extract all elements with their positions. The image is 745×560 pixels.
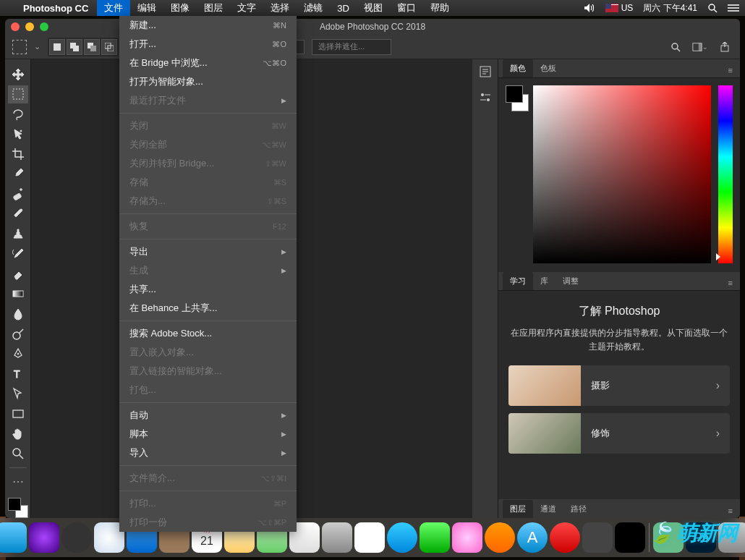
tab-channels[interactable]: 通道	[533, 500, 563, 518]
properties-panel-icon[interactable]	[477, 90, 493, 106]
spotlight-icon[interactable]	[707, 3, 718, 13]
workspace-icon[interactable]: ⌄	[692, 39, 708, 55]
dock-terminal[interactable]	[615, 522, 645, 553]
search-icon[interactable]	[668, 39, 684, 55]
dock-itunes[interactable]	[452, 522, 482, 553]
history-brush-tool[interactable]	[8, 245, 28, 263]
watermark: 🍃萌新网	[649, 519, 738, 547]
dock-appstore[interactable]: A	[517, 522, 548, 553]
file-menu-item[interactable]: 导出▶	[119, 242, 297, 261]
input-locale[interactable]: US	[605, 3, 634, 13]
eraser-tool[interactable]	[8, 265, 28, 284]
tab-layers[interactable]: 图层	[503, 500, 533, 518]
eyedropper-tool[interactable]	[8, 165, 28, 184]
tab-paths[interactable]: 路径	[563, 500, 594, 518]
tab-swatches[interactable]: 色板	[533, 59, 563, 77]
foreground-background-swatch[interactable]	[8, 498, 28, 518]
tool-preset-icon[interactable]	[12, 40, 27, 54]
dock-generic[interactable]	[550, 522, 580, 553]
file-menu-item[interactable]: 新建...⌘N	[119, 16, 297, 35]
selection-add[interactable]	[67, 39, 82, 55]
selection-intersect[interactable]	[101, 39, 117, 55]
file-menu-item[interactable]: 在 Bridge 中浏览...⌥⌘O	[119, 54, 297, 72]
tab-adjustments[interactable]: 调整	[555, 272, 586, 290]
color-panel-tabs: 颜色 色板 ≡	[498, 59, 740, 78]
dock-reminders[interactable]	[354, 522, 385, 553]
type-tool[interactable]: T	[8, 365, 28, 383]
lasso-tool[interactable]	[8, 105, 28, 124]
menu-select[interactable]: 选择	[263, 0, 297, 16]
menu-image[interactable]: 图像	[163, 0, 197, 16]
volume-icon[interactable]	[584, 4, 595, 12]
menu-3d[interactable]: 3D	[330, 1, 357, 15]
share-icon[interactable]	[717, 39, 733, 55]
file-menu-item[interactable]: 共享...	[119, 280, 297, 299]
dock-sysprefs[interactable]	[61, 522, 92, 553]
quick-select-tool[interactable]	[8, 125, 28, 144]
menu-type[interactable]: 文字	[230, 0, 263, 16]
app-name[interactable]: Photoshop CC	[23, 3, 88, 14]
layers-panel-menu-icon[interactable]: ≡	[725, 504, 736, 518]
edit-toolbar-icon[interactable]: ⋯	[8, 472, 28, 491]
gradient-tool[interactable]	[8, 285, 28, 304]
select-and-mask-button[interactable]: 选择并遮住...	[312, 39, 391, 55]
path-select-tool[interactable]	[8, 385, 28, 404]
file-menu-item[interactable]: 打开...⌘O	[119, 35, 297, 54]
menu-view[interactable]: 视图	[357, 0, 390, 16]
tab-color[interactable]: 颜色	[503, 59, 533, 77]
crop-tool[interactable]	[8, 145, 28, 164]
menu-file[interactable]: 文件	[97, 0, 130, 16]
file-menu-item[interactable]: 打开为智能对象...	[119, 72, 297, 91]
menu-window[interactable]: 窗口	[390, 0, 423, 16]
menu-filter[interactable]: 滤镜	[297, 0, 330, 16]
learn-card-retouch[interactable]: 修饰 ›	[508, 413, 730, 454]
svg-line-22	[20, 329, 23, 333]
zoom-tool[interactable]	[8, 444, 28, 463]
menu-list-icon[interactable]	[728, 4, 739, 12]
dock-maps[interactable]	[322, 522, 352, 553]
file-menu-item[interactable]: 自动▶	[119, 406, 297, 425]
file-menu-item[interactable]: 脚本▶	[119, 425, 297, 444]
healing-brush-tool[interactable]	[8, 185, 28, 204]
svg-line-13	[677, 48, 680, 51]
file-menu-item[interactable]: 导入▶	[119, 444, 297, 462]
rectangle-tool[interactable]	[8, 404, 28, 423]
selection-new[interactable]	[49, 39, 65, 55]
menu-help[interactable]: 帮助	[423, 0, 456, 16]
svg-rect-19	[13, 193, 22, 200]
dodge-tool[interactable]	[8, 325, 28, 344]
brush-tool[interactable]	[8, 205, 28, 224]
menu-layer[interactable]: 图层	[197, 0, 230, 16]
tool-preset-caret[interactable]: ⌄	[34, 42, 41, 51]
tab-learn[interactable]: 学习	[503, 272, 533, 290]
dock-facetime[interactable]	[420, 522, 450, 553]
window-close-button[interactable]	[11, 22, 20, 31]
learn-card-photography[interactable]: 摄影 ›	[508, 365, 730, 406]
tab-libraries[interactable]: 库	[533, 272, 555, 290]
dock-sysprefs2[interactable]	[582, 522, 613, 553]
color-field[interactable]	[533, 85, 711, 263]
file-menu-item[interactable]: 搜索 Adobe Stock...	[119, 324, 297, 343]
file-menu-item[interactable]: 在 Behance 上共享...	[119, 299, 297, 318]
clone-stamp-tool[interactable]	[8, 225, 28, 244]
dock-ibooks[interactable]	[485, 522, 515, 553]
color-panel-menu-icon[interactable]: ≡	[725, 63, 736, 77]
color-panel-fg[interactable]	[506, 85, 523, 103]
clock[interactable]: 周六 下午4:41	[643, 2, 697, 14]
dock-finder[interactable]	[0, 522, 27, 553]
dock-messages[interactable]	[387, 522, 417, 553]
selection-subtract[interactable]	[84, 39, 100, 55]
dock-siri[interactable]	[29, 522, 59, 553]
history-panel-icon[interactable]	[477, 64, 493, 80]
pen-tool[interactable]	[8, 344, 28, 363]
move-tool[interactable]	[8, 65, 28, 84]
menu-edit[interactable]: 编辑	[130, 0, 163, 16]
window-maximize-button[interactable]	[40, 22, 48, 31]
hand-tool[interactable]	[8, 425, 28, 444]
foreground-color[interactable]	[8, 498, 21, 511]
window-minimize-button[interactable]	[25, 22, 34, 31]
hue-slider[interactable]	[718, 85, 733, 263]
marquee-tool[interactable]	[8, 85, 28, 104]
learn-panel-menu-icon[interactable]: ≡	[725, 276, 736, 290]
blur-tool[interactable]	[8, 305, 28, 323]
